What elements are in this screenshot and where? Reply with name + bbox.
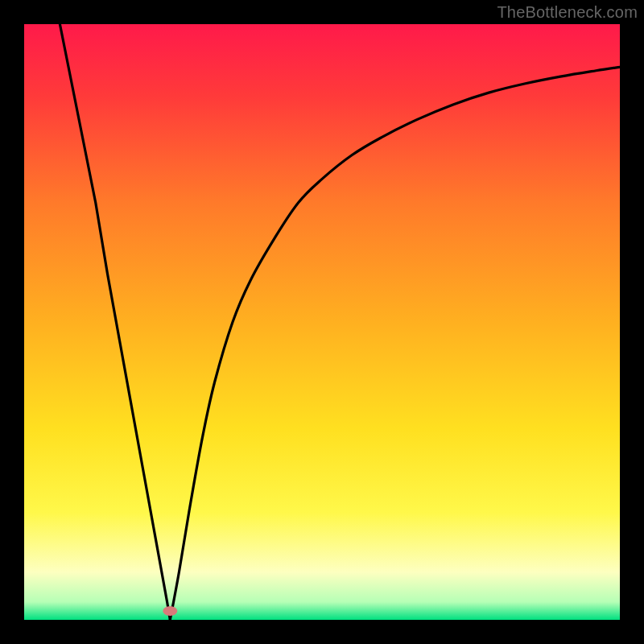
gradient-background: [24, 24, 620, 620]
watermark-text: TheBottleneck.com: [497, 3, 638, 22]
chart-frame: [24, 24, 620, 620]
minimum-marker: [163, 606, 177, 616]
bottleneck-chart: [24, 24, 620, 620]
